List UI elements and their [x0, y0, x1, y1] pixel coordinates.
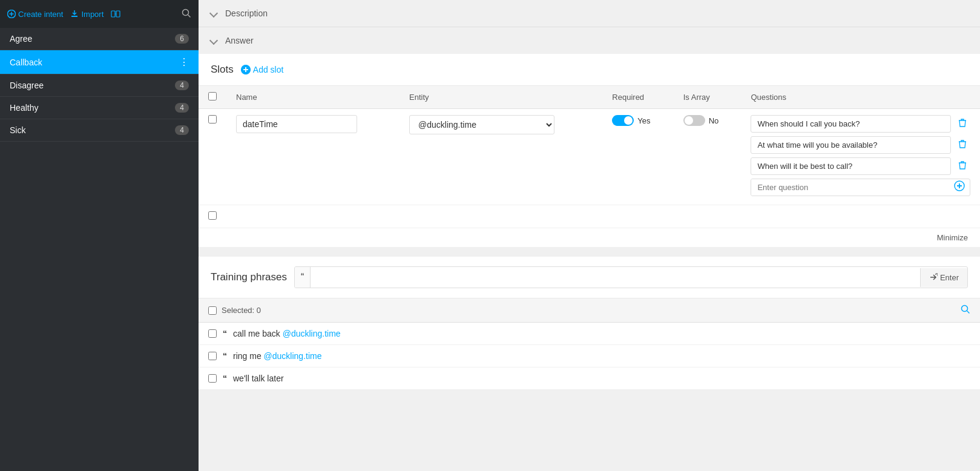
slot-entity-select[interactable]: @duckling.time — [409, 115, 554, 134]
slot-add-row — [199, 205, 980, 228]
slot-required-cell: Yes — [602, 109, 673, 205]
item-menu-icon[interactable]: ⋮ — [179, 56, 189, 68]
sidebar-toolbar: Create intent Import — [0, 0, 199, 28]
phrase-checkbox-1[interactable] — [208, 352, 217, 360]
training-phrase-input[interactable] — [311, 268, 920, 287]
sidebar-item-callback[interactable]: Callback ⋮ — [0, 50, 199, 74]
description-section-header[interactable]: Description — [199, 0, 980, 27]
enter-question-wrap — [751, 179, 970, 196]
add-slot-button[interactable]: Add slot — [241, 65, 284, 74]
phrase-text-2: we'll talk later — [233, 374, 284, 383]
export-button[interactable] — [111, 10, 120, 18]
sidebar-search-button[interactable] — [182, 8, 191, 20]
add-question-button[interactable] — [949, 179, 970, 196]
select-all-checkbox[interactable] — [208, 92, 217, 100]
question-item-2 — [751, 157, 970, 175]
slots-header: Slots Add slot — [199, 54, 980, 86]
description-chevron-icon — [211, 8, 220, 18]
answer-chevron-icon — [211, 36, 220, 45]
training-header: Training phrases “ Enter — [199, 257, 980, 298]
slot-isarray-cell: No — [674, 109, 742, 205]
col-questions: Questions — [741, 86, 980, 109]
delete-question-1-button[interactable] — [955, 138, 970, 153]
phrase-item-2: “ we'll talk later — [199, 367, 980, 390]
svg-point-6 — [183, 9, 189, 15]
svg-rect-3 — [111, 11, 115, 17]
sidebar-item-disagree[interactable]: Disagree 4 — [0, 74, 199, 97]
phrase-item-1: “ ring me @duckling.time — [199, 345, 980, 367]
phrase-quote-icon-0: “ — [223, 329, 227, 338]
training-section: Training phrases “ Enter Selected: 0 “ c… — [199, 257, 980, 390]
question-item-0 — [751, 115, 970, 133]
svg-line-15 — [967, 311, 970, 314]
phrase-text-1: ring me @duckling.time — [233, 351, 322, 361]
training-list-header: Selected: 0 — [199, 298, 980, 323]
import-button[interactable]: Import — [70, 10, 104, 19]
minimize-button[interactable]: Minimize — [199, 228, 980, 247]
training-search-button[interactable] — [961, 305, 970, 316]
phrase-item-0: “ call me back @duckling.time — [199, 323, 980, 345]
training-enter-button[interactable]: Enter — [920, 268, 967, 287]
phrase-quote-icon-1: “ — [223, 351, 227, 361]
phrase-entity-1: @duckling.time — [264, 351, 322, 361]
training-select-all-checkbox[interactable] — [208, 306, 217, 315]
isarray-label: No — [709, 116, 719, 125]
phrase-quote-icon-2: “ — [223, 374, 227, 383]
isarray-toggle-track[interactable] — [683, 115, 705, 126]
sidebar: Create intent Import Agree 6 Callback ⋮ … — [0, 0, 199, 471]
enter-question-input[interactable] — [751, 179, 949, 196]
slots-section: Slots Add slot Name Entity Required Is A… — [199, 54, 980, 247]
selected-count: Selected: 0 — [217, 306, 961, 315]
question-input-1[interactable] — [751, 136, 951, 154]
sidebar-item-healthy[interactable]: Healthy 4 — [0, 97, 199, 119]
required-toggle: Yes — [612, 115, 650, 126]
col-name: Name — [226, 86, 400, 109]
col-is-array: Is Array — [674, 86, 742, 109]
col-required: Required — [602, 86, 673, 109]
answer-section-header[interactable]: Answer — [199, 27, 980, 54]
training-title: Training phrases — [211, 271, 287, 283]
slot-questions-cell — [741, 109, 980, 205]
sidebar-item-agree[interactable]: Agree 6 — [0, 28, 199, 50]
slot-name-cell — [226, 109, 400, 205]
question-item-1 — [751, 136, 970, 154]
required-toggle-track[interactable] — [612, 115, 634, 126]
description-label: Description — [225, 8, 268, 18]
create-intent-button[interactable]: Create intent — [7, 10, 63, 19]
sidebar-list: Agree 6 Callback ⋮ Disagree 4 Healthy 4 … — [0, 28, 199, 471]
slot-row-checkbox[interactable] — [208, 115, 217, 124]
svg-line-7 — [188, 15, 191, 17]
col-checkbox — [199, 86, 226, 109]
main-content: Description Answer Slots Add slot Name E… — [199, 0, 980, 471]
slots-table: Name Entity Required Is Array Questions — [199, 86, 980, 228]
question-input-2[interactable] — [751, 157, 951, 175]
add-slot-label: Add slot — [253, 65, 284, 74]
delete-question-2-button[interactable] — [955, 159, 970, 174]
question-input-0[interactable] — [751, 115, 951, 133]
training-input-wrap: “ Enter — [294, 266, 968, 288]
svg-rect-4 — [116, 11, 120, 17]
delete-question-0-button[interactable] — [955, 117, 970, 131]
phrase-checkbox-0[interactable] — [208, 329, 217, 338]
phrase-entity-0: @duckling.time — [283, 329, 341, 338]
slot-name-input[interactable] — [236, 115, 357, 133]
quote-icon: “ — [295, 267, 311, 288]
required-label: Yes — [637, 116, 650, 125]
slot-add-row-checkbox[interactable] — [208, 211, 217, 220]
slot-entity-cell: @duckling.time — [400, 109, 602, 205]
sidebar-item-sick[interactable]: Sick 4 — [0, 119, 199, 142]
svg-point-14 — [962, 306, 968, 312]
slot-row: @duckling.time Yes — [199, 109, 980, 205]
phrase-text-0: call me back @duckling.time — [233, 329, 341, 338]
slots-title: Slots — [211, 64, 234, 76]
col-entity: Entity — [400, 86, 602, 109]
isarray-toggle: No — [683, 115, 719, 126]
phrase-checkbox-2[interactable] — [208, 374, 217, 383]
slot-checkbox-cell — [199, 109, 226, 205]
answer-label: Answer — [225, 36, 254, 45]
